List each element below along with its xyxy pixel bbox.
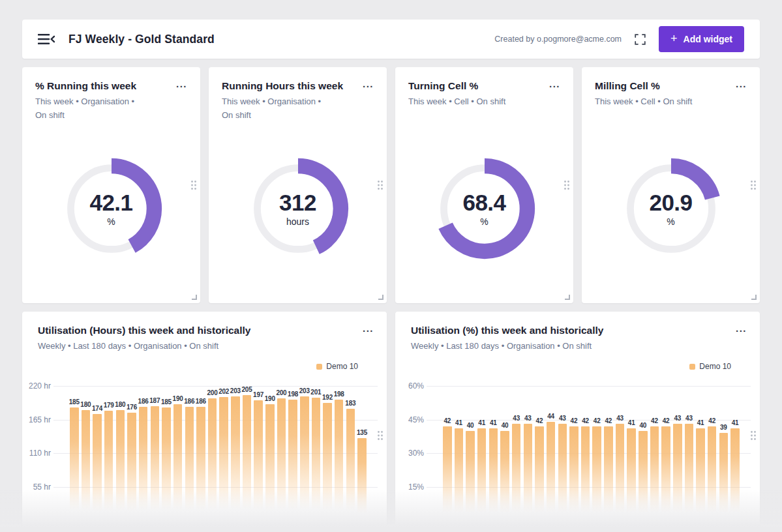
card-menu-icon[interactable]: ... bbox=[176, 79, 187, 89]
bar[interactable] bbox=[70, 407, 79, 520]
card-title: Turning Cell % bbox=[408, 80, 560, 92]
bar[interactable] bbox=[569, 426, 579, 520]
bar[interactable] bbox=[82, 410, 91, 520]
bar[interactable] bbox=[346, 409, 355, 520]
bar[interactable] bbox=[673, 424, 682, 520]
y-axis-tick-label: 60% bbox=[395, 381, 424, 391]
bar[interactable] bbox=[443, 426, 452, 520]
add-widget-button[interactable]: + Add widget bbox=[659, 26, 744, 52]
card-menu-icon[interactable]: ... bbox=[363, 79, 374, 89]
bar[interactable] bbox=[661, 426, 670, 520]
bar[interactable] bbox=[535, 426, 544, 520]
bar-value-label: 186 bbox=[192, 398, 209, 405]
resize-corner-handle[interactable] bbox=[192, 295, 197, 300]
bar[interactable] bbox=[196, 407, 205, 520]
bar[interactable] bbox=[592, 426, 601, 520]
bar[interactable] bbox=[696, 428, 705, 520]
bar[interactable] bbox=[616, 424, 625, 520]
bar[interactable] bbox=[708, 426, 717, 520]
fullscreen-icon[interactable] bbox=[635, 34, 646, 45]
bar[interactable] bbox=[265, 404, 275, 520]
bar[interactable] bbox=[254, 400, 263, 520]
header-bar: FJ Weekly - Gold Standard Created by o.p… bbox=[22, 20, 760, 59]
bar[interactable] bbox=[547, 422, 556, 520]
y-axis-tick-label: 220 hr bbox=[22, 381, 51, 391]
drag-handle-icon[interactable] bbox=[564, 180, 570, 190]
card-subtitle: This week • Cell • On shift bbox=[595, 95, 747, 109]
dashboard: FJ Weekly - Gold Standard Created by o.p… bbox=[0, 0, 782, 532]
bar[interactable] bbox=[489, 428, 498, 520]
bar[interactable] bbox=[650, 426, 659, 520]
bar[interactable] bbox=[357, 438, 367, 520]
gridline bbox=[427, 386, 751, 387]
drag-handle-icon[interactable] bbox=[190, 180, 197, 190]
card-menu-icon[interactable]: ... bbox=[736, 323, 747, 333]
bar[interactable] bbox=[312, 398, 321, 520]
bar[interactable] bbox=[104, 411, 113, 520]
card-menu-icon[interactable]: ... bbox=[363, 323, 374, 333]
y-axis-tick-label: 30% bbox=[395, 449, 424, 458]
drag-handle-icon[interactable] bbox=[377, 430, 383, 441]
bar[interactable] bbox=[185, 407, 194, 520]
card-menu-icon[interactable]: ... bbox=[549, 79, 560, 89]
bar[interactable] bbox=[243, 395, 252, 520]
bar[interactable] bbox=[477, 428, 487, 520]
gauge-card-milling-cell: Milling Cell % This week • Cell • On shi… bbox=[582, 67, 760, 303]
bar[interactable] bbox=[162, 407, 171, 520]
bar[interactable] bbox=[116, 410, 125, 520]
card-subtitle: This week • Organisation • On shift bbox=[35, 95, 187, 123]
bar[interactable] bbox=[524, 424, 533, 520]
bar[interactable] bbox=[127, 413, 136, 520]
collapse-menu-icon[interactable] bbox=[38, 33, 55, 46]
drag-handle-icon[interactable] bbox=[750, 180, 757, 190]
chart-row: Utilisation (Hours) this week and histor… bbox=[22, 312, 760, 532]
y-axis-tick-label: 15% bbox=[395, 482, 424, 492]
bar[interactable] bbox=[323, 403, 332, 520]
bar[interactable] bbox=[627, 428, 636, 520]
gauge-unit: % bbox=[667, 216, 674, 227]
legend-swatch bbox=[689, 364, 695, 370]
gauge-value: 312 bbox=[279, 191, 316, 214]
card-title: Running Hours this week bbox=[222, 80, 374, 92]
bar[interactable] bbox=[93, 414, 102, 520]
bar[interactable] bbox=[639, 431, 648, 520]
resize-corner-handle[interactable] bbox=[565, 295, 570, 300]
bar[interactable] bbox=[173, 404, 183, 520]
bar[interactable] bbox=[466, 431, 475, 520]
card-subtitle: Weekly • Last 180 days • Organisation • … bbox=[411, 340, 744, 353]
bar[interactable] bbox=[512, 424, 521, 520]
drag-handle-icon[interactable] bbox=[377, 180, 383, 190]
bar[interactable] bbox=[277, 398, 286, 520]
card-title: Utilisation (Hours) this week and histor… bbox=[38, 325, 371, 336]
bar[interactable] bbox=[219, 397, 228, 520]
bar[interactable] bbox=[335, 400, 344, 520]
bar-value-label: 176 bbox=[123, 404, 140, 411]
gauge-unit: hours bbox=[286, 216, 309, 227]
bar[interactable] bbox=[231, 396, 240, 520]
bar[interactable] bbox=[500, 431, 509, 520]
drag-handle-icon[interactable] bbox=[750, 430, 757, 441]
bar[interactable] bbox=[208, 398, 217, 520]
bar[interactable] bbox=[581, 426, 590, 520]
bar[interactable] bbox=[604, 426, 613, 520]
bar[interactable] bbox=[139, 407, 148, 520]
card-menu-icon[interactable]: ... bbox=[736, 79, 747, 89]
legend-item[interactable]: Demo 10 bbox=[689, 362, 731, 371]
card-title: Utilisation (%) this week and historical… bbox=[411, 325, 744, 336]
bar[interactable] bbox=[151, 406, 160, 520]
legend-item[interactable]: Demo 10 bbox=[316, 362, 358, 371]
bar[interactable] bbox=[300, 396, 309, 520]
bar[interactable] bbox=[719, 433, 729, 520]
donut-gauge: 68.4 % bbox=[430, 155, 539, 263]
bar[interactable] bbox=[455, 428, 464, 520]
bar[interactable] bbox=[288, 400, 297, 520]
y-axis-tick-label: 55 hr bbox=[22, 482, 51, 492]
bar-value-label: 190 bbox=[262, 395, 278, 402]
bar[interactable] bbox=[730, 428, 740, 520]
bar[interactable] bbox=[558, 424, 567, 520]
resize-corner-handle[interactable] bbox=[751, 295, 757, 300]
gauge-card-running-pct: % Running this week This week • Organisa… bbox=[22, 67, 200, 303]
plus-icon: + bbox=[670, 33, 678, 44]
resize-corner-handle[interactable] bbox=[378, 295, 383, 300]
bar[interactable] bbox=[685, 424, 694, 520]
